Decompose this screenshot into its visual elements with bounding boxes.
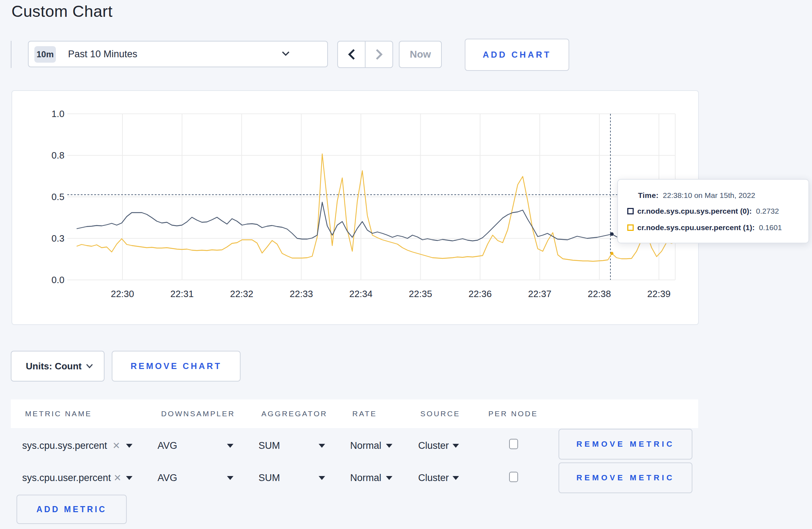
svg-text:0.8: 0.8 — [52, 150, 64, 161]
svg-text:22:36: 22:36 — [468, 288, 492, 299]
svg-text:22:34: 22:34 — [349, 288, 372, 299]
svg-text:22:31: 22:31 — [170, 288, 194, 299]
svg-text:0.5: 0.5 — [52, 191, 64, 202]
svg-text:22:38: 22:38 — [588, 288, 611, 299]
svg-text:22:32: 22:32 — [230, 288, 253, 299]
svg-text:22:39: 22:39 — [647, 288, 671, 299]
svg-text:0.3: 0.3 — [52, 233, 64, 244]
svg-text:1.0: 1.0 — [52, 108, 64, 119]
svg-text:22:30: 22:30 — [111, 288, 134, 299]
svg-text:0.0: 0.0 — [52, 275, 64, 285]
svg-text:22:35: 22:35 — [409, 288, 432, 299]
svg-text:22:33: 22:33 — [290, 288, 313, 299]
svg-text:22:37: 22:37 — [528, 288, 551, 299]
